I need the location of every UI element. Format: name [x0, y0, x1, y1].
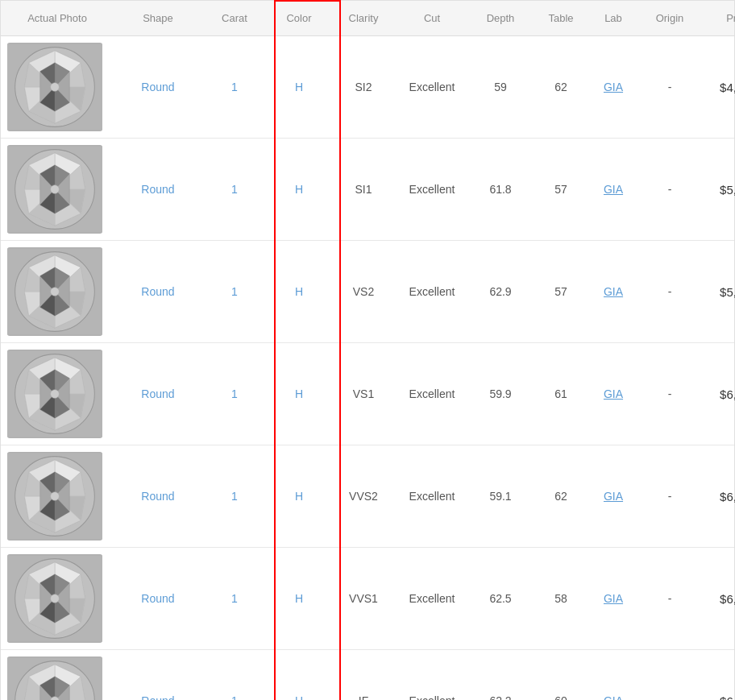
cut-cell: Excellent	[396, 586, 468, 611]
depth-cell: 61.8	[468, 176, 533, 202]
cut-cell: Excellent	[396, 176, 468, 202]
carat-cell: 1	[202, 483, 267, 509]
color-cell: H	[267, 279, 331, 304]
price-cell: $6,340	[702, 483, 735, 510]
photo-cell[interactable]	[1, 548, 114, 649]
col-header-price: Price	[702, 9, 735, 27]
table-val-cell: 58	[533, 586, 589, 611]
svg-point-16	[51, 83, 60, 92]
table-wrapper: Actual Photo Shape Carat Color Clarity C…	[0, 0, 735, 700]
photo-cell[interactable]	[1, 241, 114, 342]
diamond-photo[interactable]	[7, 145, 102, 234]
shape-cell: Round	[114, 483, 202, 509]
cut-cell: Excellent	[396, 688, 468, 700]
table-val-cell: 62	[533, 483, 589, 509]
color-cell: H	[267, 483, 331, 509]
depth-cell: 62.5	[468, 586, 533, 611]
carat-cell: 1	[202, 688, 267, 700]
table-row: Round 1 H SI2 Excellent 59 62 GIA - $4,1…	[1, 36, 734, 139]
diamond-photo[interactable]	[7, 554, 102, 643]
clarity-cell: VS2	[331, 279, 396, 304]
col-header-depth: Depth	[468, 9, 533, 27]
origin-cell: -	[637, 176, 702, 202]
col-header-color: Color	[267, 9, 331, 27]
origin-cell: -	[637, 74, 702, 100]
color-cell: H	[267, 586, 331, 611]
svg-point-50	[51, 288, 60, 296]
shape-cell: Round	[114, 74, 202, 100]
cut-cell: Excellent	[396, 483, 468, 509]
table-row: Round 1 H VVS2 Excellent 59.1 62 GIA - $…	[1, 445, 734, 548]
photo-cell[interactable]	[1, 650, 114, 700]
cut-cell: Excellent	[396, 74, 468, 100]
diamond-table: Actual Photo Shape Carat Color Clarity C…	[0, 0, 735, 700]
photo-cell[interactable]	[1, 445, 114, 547]
origin-cell: -	[637, 483, 702, 509]
lab-cell[interactable]: GIA	[589, 381, 637, 407]
depth-cell: 59.9	[468, 381, 533, 407]
diamond-photo[interactable]	[7, 247, 102, 336]
photo-cell[interactable]	[1, 343, 114, 445]
table-row: Round 1 H VS2 Excellent 62.9 57 GIA - $5…	[1, 241, 734, 343]
col-header-photo: Actual Photo	[1, 9, 114, 27]
col-header-clarity: Clarity	[331, 9, 396, 27]
carat-cell: 1	[202, 74, 267, 100]
table-val-cell: 57	[533, 279, 589, 304]
cut-cell: Excellent	[396, 279, 468, 304]
color-cell: H	[267, 74, 331, 100]
table-row: Round 1 H VVS1 Excellent 62.5 58 GIA - $…	[1, 548, 734, 650]
shape-cell: Round	[114, 381, 202, 407]
price-cell: $6,460	[702, 586, 735, 612]
lab-cell[interactable]: GIA	[589, 586, 637, 611]
col-header-carat: Carat	[202, 9, 267, 27]
color-cell: H	[267, 176, 331, 202]
depth-cell: 59	[468, 74, 533, 100]
col-header-lab: Lab	[589, 9, 637, 27]
color-cell: H	[267, 381, 331, 407]
depth-cell: 62.9	[468, 279, 533, 304]
svg-point-101	[51, 594, 60, 603]
price-cell: $6,940	[702, 688, 735, 701]
carat-cell: 1	[202, 279, 267, 304]
lab-cell[interactable]: GIA	[589, 483, 637, 509]
shape-cell: Round	[114, 688, 202, 700]
price-cell: $4,150	[702, 74, 735, 101]
diamond-photo[interactable]	[7, 350, 102, 438]
photo-cell[interactable]	[1, 139, 114, 240]
svg-point-84	[51, 492, 60, 501]
carat-cell: 1	[202, 176, 267, 202]
price-cell: $5,810	[702, 279, 735, 305]
origin-cell: -	[637, 688, 702, 700]
table-row: Round 1 H IF Excellent 62.2 60 GIA - $6,…	[1, 650, 734, 700]
svg-point-33	[51, 185, 60, 194]
color-cell: H	[267, 688, 331, 700]
lab-cell[interactable]: GIA	[589, 74, 637, 100]
table-val-cell: 60	[533, 688, 589, 700]
table-val-cell: 62	[533, 74, 589, 100]
shape-cell: Round	[114, 586, 202, 611]
col-header-cut: Cut	[396, 9, 468, 27]
table-header: Actual Photo Shape Carat Color Clarity C…	[1, 1, 734, 36]
price-cell: $5,060	[702, 176, 735, 203]
lab-cell[interactable]: GIA	[589, 279, 637, 304]
photo-cell[interactable]	[1, 36, 114, 138]
origin-cell: -	[637, 381, 702, 407]
table-body: Round 1 H SI2 Excellent 59 62 GIA - $4,1…	[1, 36, 734, 700]
table-row: Round 1 H VS1 Excellent 59.9 61 GIA - $6…	[1, 343, 734, 445]
origin-cell: -	[637, 586, 702, 611]
col-header-origin: Origin	[637, 9, 702, 27]
clarity-cell: VVS2	[331, 483, 396, 509]
cut-cell: Excellent	[396, 381, 468, 407]
origin-cell: -	[637, 279, 702, 304]
clarity-cell: SI1	[331, 176, 396, 202]
clarity-cell: VVS1	[331, 586, 396, 611]
price-cell: $6,060	[702, 381, 735, 408]
lab-cell[interactable]: GIA	[589, 688, 637, 700]
diamond-photo[interactable]	[7, 43, 102, 131]
shape-cell: Round	[114, 176, 202, 202]
diamond-photo[interactable]	[7, 452, 102, 541]
lab-cell[interactable]: GIA	[589, 176, 637, 202]
clarity-cell: VS1	[331, 381, 396, 407]
carat-cell: 1	[202, 381, 267, 407]
diamond-photo[interactable]	[7, 657, 102, 700]
